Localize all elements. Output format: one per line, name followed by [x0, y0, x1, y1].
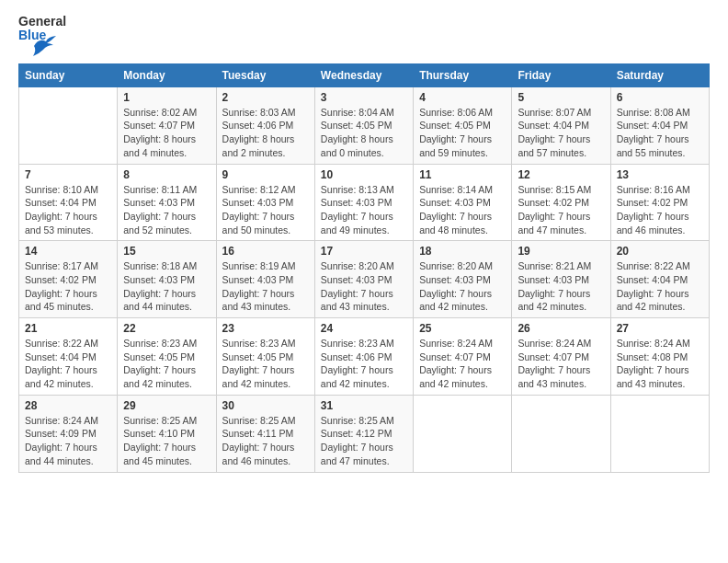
day-info: Sunrise: 8:16 AMSunset: 4:02 PMDaylight:… — [617, 183, 703, 237]
day-number: 23 — [222, 322, 309, 335]
day-cell: 1Sunrise: 8:02 AMSunset: 4:07 PMDaylight… — [118, 86, 216, 164]
day-info: Sunrise: 8:21 AMSunset: 4:03 PMDaylight:… — [518, 259, 604, 314]
day-info: Sunrise: 8:06 AMSunset: 4:05 PMDaylight:… — [419, 106, 506, 160]
day-cell: 5Sunrise: 8:07 AMSunset: 4:04 PMDaylight… — [512, 86, 610, 164]
week-row-2: 7Sunrise: 8:10 AMSunset: 4:04 PMDaylight… — [19, 164, 710, 241]
day-cell: 7Sunrise: 8:10 AMSunset: 4:04 PMDaylight… — [19, 164, 118, 241]
col-header-wednesday: Wednesday — [314, 63, 413, 86]
day-info: Sunrise: 8:25 AMSunset: 4:10 PMDaylight:… — [123, 414, 210, 468]
day-number: 15 — [123, 245, 210, 258]
day-number: 28 — [25, 399, 111, 412]
day-info: Sunrise: 8:11 AMSunset: 4:03 PMDaylight:… — [123, 183, 210, 237]
day-cell: 17Sunrise: 8:20 AMSunset: 4:03 PMDayligh… — [314, 241, 413, 318]
day-cell: 16Sunrise: 8:19 AMSunset: 4:03 PMDayligh… — [216, 241, 314, 318]
week-row-5: 28Sunrise: 8:24 AMSunset: 4:09 PMDayligh… — [19, 395, 710, 472]
day-cell: 29Sunrise: 8:25 AMSunset: 4:10 PMDayligh… — [118, 395, 216, 472]
day-cell: 27Sunrise: 8:24 AMSunset: 4:08 PMDayligh… — [610, 318, 709, 396]
day-info: Sunrise: 8:02 AMSunset: 4:07 PMDaylight:… — [123, 106, 210, 160]
day-info: Sunrise: 8:24 AMSunset: 4:09 PMDaylight:… — [25, 414, 111, 468]
calendar-table: SundayMondayTuesdayWednesdayThursdayFrid… — [18, 63, 710, 473]
logo-general-text: General — [18, 15, 66, 29]
day-cell: 12Sunrise: 8:15 AMSunset: 4:02 PMDayligh… — [512, 164, 610, 241]
day-number: 22 — [123, 322, 210, 335]
col-header-monday: Monday — [118, 63, 216, 86]
day-info: Sunrise: 8:25 AMSunset: 4:11 PMDaylight:… — [222, 414, 309, 468]
day-number: 24 — [321, 322, 407, 335]
day-cell: 26Sunrise: 8:24 AMSunset: 4:07 PMDayligh… — [512, 318, 610, 396]
day-number: 6 — [617, 91, 703, 104]
day-number: 25 — [419, 322, 506, 335]
day-number: 10 — [321, 168, 407, 181]
day-info: Sunrise: 8:13 AMSunset: 4:03 PMDaylight:… — [321, 183, 407, 237]
day-cell: 22Sunrise: 8:23 AMSunset: 4:05 PMDayligh… — [118, 318, 216, 396]
logo: General Blue — [18, 15, 66, 56]
day-number: 14 — [25, 245, 111, 258]
day-info: Sunrise: 8:23 AMSunset: 4:05 PMDaylight:… — [222, 337, 309, 391]
day-number: 26 — [518, 322, 604, 335]
day-number: 12 — [518, 168, 604, 181]
day-info: Sunrise: 8:25 AMSunset: 4:12 PMDaylight:… — [321, 414, 407, 468]
day-number: 17 — [321, 245, 407, 258]
day-info: Sunrise: 8:18 AMSunset: 4:03 PMDaylight:… — [123, 259, 210, 314]
day-info: Sunrise: 8:20 AMSunset: 4:03 PMDaylight:… — [321, 259, 407, 314]
day-cell: 15Sunrise: 8:18 AMSunset: 4:03 PMDayligh… — [118, 241, 216, 318]
day-cell: 9Sunrise: 8:12 AMSunset: 4:03 PMDaylight… — [216, 164, 314, 241]
day-cell — [414, 395, 512, 472]
day-number: 31 — [321, 399, 407, 412]
day-cell: 23Sunrise: 8:23 AMSunset: 4:05 PMDayligh… — [216, 318, 314, 396]
day-cell: 30Sunrise: 8:25 AMSunset: 4:11 PMDayligh… — [216, 395, 314, 472]
day-info: Sunrise: 8:07 AMSunset: 4:04 PMDaylight:… — [518, 106, 604, 160]
day-info: Sunrise: 8:23 AMSunset: 4:05 PMDaylight:… — [123, 337, 210, 391]
day-cell: 28Sunrise: 8:24 AMSunset: 4:09 PMDayligh… — [19, 395, 118, 472]
day-number: 7 — [25, 168, 111, 181]
day-info: Sunrise: 8:22 AMSunset: 4:04 PMDaylight:… — [617, 259, 703, 314]
day-cell: 19Sunrise: 8:21 AMSunset: 4:03 PMDayligh… — [512, 241, 610, 318]
day-number: 4 — [419, 91, 506, 104]
day-number: 8 — [123, 168, 210, 181]
bird-icon2 — [32, 36, 56, 56]
day-info: Sunrise: 8:23 AMSunset: 4:06 PMDaylight:… — [321, 337, 407, 391]
col-header-sunday: Sunday — [19, 63, 118, 86]
day-cell — [19, 86, 118, 164]
day-cell: 11Sunrise: 8:14 AMSunset: 4:03 PMDayligh… — [414, 164, 512, 241]
day-cell: 10Sunrise: 8:13 AMSunset: 4:03 PMDayligh… — [314, 164, 413, 241]
day-number: 11 — [419, 168, 506, 181]
day-cell: 6Sunrise: 8:08 AMSunset: 4:04 PMDaylight… — [610, 86, 709, 164]
day-info: Sunrise: 8:20 AMSunset: 4:03 PMDaylight:… — [419, 259, 506, 314]
day-number: 1 — [123, 91, 210, 104]
day-cell: 20Sunrise: 8:22 AMSunset: 4:04 PMDayligh… — [610, 241, 709, 318]
day-number: 29 — [123, 399, 210, 412]
day-cell — [512, 395, 610, 472]
day-info: Sunrise: 8:14 AMSunset: 4:03 PMDaylight:… — [419, 183, 506, 237]
day-cell: 18Sunrise: 8:20 AMSunset: 4:03 PMDayligh… — [414, 241, 512, 318]
day-cell: 2Sunrise: 8:03 AMSunset: 4:06 PMDaylight… — [216, 86, 314, 164]
day-cell: 4Sunrise: 8:06 AMSunset: 4:05 PMDaylight… — [414, 86, 512, 164]
day-number: 5 — [518, 91, 604, 104]
day-info: Sunrise: 8:24 AMSunset: 4:07 PMDaylight:… — [518, 337, 604, 391]
day-number: 18 — [419, 245, 506, 258]
day-number: 3 — [321, 91, 407, 104]
col-header-thursday: Thursday — [414, 63, 512, 86]
day-info: Sunrise: 8:24 AMSunset: 4:07 PMDaylight:… — [419, 337, 506, 391]
day-cell: 25Sunrise: 8:24 AMSunset: 4:07 PMDayligh… — [414, 318, 512, 396]
week-row-4: 21Sunrise: 8:22 AMSunset: 4:04 PMDayligh… — [19, 318, 710, 396]
day-number: 2 — [222, 91, 309, 104]
day-number: 20 — [617, 245, 703, 258]
day-cell: 31Sunrise: 8:25 AMSunset: 4:12 PMDayligh… — [314, 395, 413, 472]
day-number: 27 — [617, 322, 703, 335]
day-number: 16 — [222, 245, 309, 258]
day-info: Sunrise: 8:15 AMSunset: 4:02 PMDaylight:… — [518, 183, 604, 237]
day-cell: 3Sunrise: 8:04 AMSunset: 4:05 PMDaylight… — [314, 86, 413, 164]
week-row-1: 1Sunrise: 8:02 AMSunset: 4:07 PMDaylight… — [19, 86, 710, 164]
day-cell: 8Sunrise: 8:11 AMSunset: 4:03 PMDaylight… — [118, 164, 216, 241]
col-header-saturday: Saturday — [610, 63, 709, 86]
day-cell: 21Sunrise: 8:22 AMSunset: 4:04 PMDayligh… — [19, 318, 118, 396]
col-header-friday: Friday — [512, 63, 610, 86]
day-info: Sunrise: 8:24 AMSunset: 4:08 PMDaylight:… — [617, 337, 703, 391]
col-header-tuesday: Tuesday — [216, 63, 314, 86]
day-info: Sunrise: 8:10 AMSunset: 4:04 PMDaylight:… — [25, 183, 111, 237]
day-number: 9 — [222, 168, 309, 181]
header: General Blue — [18, 15, 710, 56]
day-info: Sunrise: 8:22 AMSunset: 4:04 PMDaylight:… — [25, 337, 111, 391]
day-info: Sunrise: 8:03 AMSunset: 4:06 PMDaylight:… — [222, 106, 309, 160]
